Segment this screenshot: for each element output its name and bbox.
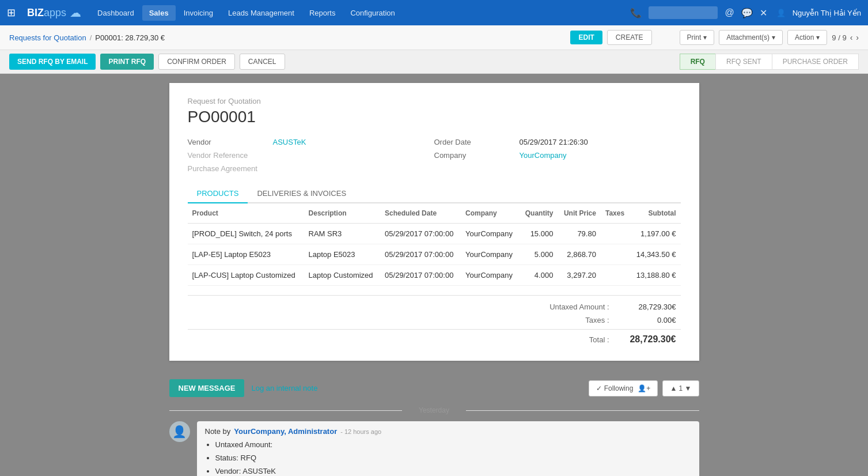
document-number: PO00001 — [188, 108, 681, 126]
followers-button[interactable]: ▲ 1 ▼ — [662, 380, 699, 396]
chat-message-1: 👤 Note by YourCompany, Administrator - 1… — [169, 421, 699, 476]
table-row[interactable]: [PROD_DEL] Switch, 24 ports RAM SR3 05/2… — [188, 224, 681, 244]
cell-scheduled-date: 05/29/2017 07:00:00 — [380, 265, 461, 286]
message-header-1: Note by YourCompany, Administrator - 12 … — [205, 427, 691, 436]
vendor-value[interactable]: ASUSTeK — [273, 138, 306, 146]
log-note-button[interactable]: Log an internal note — [251, 384, 317, 392]
vendor-row: Vendor ASUSTeK — [188, 138, 434, 146]
cell-product: [LAP-CUS] Laptop Customized — [188, 265, 304, 286]
col-taxes: Taxes — [601, 203, 630, 224]
workflow-actions: SEND RFQ BY EMAIL PRINT RFQ CONFIRM ORDE… — [9, 54, 285, 70]
cell-scheduled-date: 05/29/2017 07:00:00 — [380, 224, 461, 244]
cell-subtotal: 1,197.00 € — [630, 224, 681, 244]
cell-unit-price: 2,868.70 — [558, 244, 601, 265]
topbar-right: 📞 @ 💬 ✕ 👤 Nguyễn Thị Hải Yến — [630, 6, 861, 19]
document-type: Request for Quotation — [188, 97, 681, 105]
avatar-icon-1: 👤 — [172, 425, 187, 439]
avatar-1: 👤 — [169, 421, 190, 442]
document-fields: Vendor ASUSTeK Vendor Reference Purchase… — [188, 138, 681, 173]
action-button[interactable]: Action ▾ — [787, 30, 827, 45]
attachment-button[interactable]: Attachment(s) ▾ — [719, 30, 783, 45]
tab-products[interactable]: PRODUCTS — [188, 184, 248, 203]
nav-invoicing[interactable]: Invoicing — [177, 5, 220, 21]
action-chevron-icon: ▾ — [816, 33, 820, 41]
breadcrumb-separator: / — [90, 33, 92, 42]
cell-quantity: 4.000 — [519, 265, 558, 286]
print-label: Print — [687, 33, 702, 41]
cell-description: RAM SR3 — [304, 224, 381, 244]
cell-taxes — [601, 224, 630, 244]
breadcrumb-parent[interactable]: Requests for Quotation — [9, 33, 86, 42]
nav-sales[interactable]: Sales — [142, 5, 176, 21]
col-company: Company — [461, 203, 519, 224]
breadcrumb-current: P00001: 28.729,30 € — [95, 33, 165, 42]
breadcrumb: Requests for Quotation / P00001: 28.729,… — [9, 33, 165, 42]
status-rfq-sent[interactable]: RFQ SENT — [715, 54, 772, 70]
following-button[interactable]: ✓ Following 👤+ — [589, 380, 658, 396]
cell-product: [LAP-E5] Laptop E5023 — [188, 244, 304, 265]
col-subtotal: Subtotal — [630, 203, 681, 224]
company-value[interactable]: YourCompany — [520, 151, 567, 160]
total-row: Total : 28,729.30€ — [188, 332, 681, 347]
status-purchase-order[interactable]: PURCHASE ORDER — [772, 54, 859, 70]
cell-description: Laptop Customized — [304, 265, 381, 286]
workflow-bar: SEND RFQ BY EMAIL PRINT RFQ CONFIRM ORDE… — [0, 50, 868, 74]
status-rfq[interactable]: RFQ — [680, 54, 716, 70]
col-description: Description — [304, 203, 381, 224]
nav-dashboard[interactable]: Dashboard — [90, 5, 141, 21]
cell-company: YourCompany — [461, 265, 519, 286]
user-name: Nguyễn Thị Hải Yến — [793, 9, 861, 17]
page-navigation: 9 / 9 ‹ › — [832, 33, 859, 42]
table-row[interactable]: [LAP-E5] Laptop E5023 Laptop E5023 05/29… — [188, 244, 681, 265]
phone-icon[interactable]: 📞 — [630, 7, 642, 18]
order-date-row: Order Date 05/29/2017 21:26:30 — [434, 138, 681, 146]
prev-page-button[interactable]: ‹ — [850, 33, 853, 42]
product-tabs: PRODUCTS DELIVERIES & INVOICES — [188, 184, 681, 203]
company-label: Company — [434, 151, 515, 160]
message-right: ✓ Following 👤+ ▲ 1 ▼ — [589, 380, 699, 396]
new-message-button[interactable]: NEW MESSAGE — [169, 379, 245, 397]
vendor-label: Vendor — [188, 138, 268, 146]
attachment-label: Attachment(s) — [726, 33, 770, 41]
products-table: Product Description Scheduled Date Compa… — [188, 203, 681, 286]
col-unit-price: Unit Price — [558, 203, 601, 224]
settings-icon[interactable]: ✕ — [760, 7, 767, 18]
cell-unit-price: 79.80 — [558, 224, 601, 244]
total-value: 28,729.30€ — [619, 334, 676, 345]
table-row[interactable]: [LAP-CUS] Laptop Customized Laptop Custo… — [188, 265, 681, 286]
confirm-order-button[interactable]: CONFIRM ORDER — [158, 54, 235, 70]
send-rfq-button[interactable]: SEND RFQ BY EMAIL — [9, 54, 96, 70]
nav-leads[interactable]: Leads Management — [221, 5, 301, 21]
message-content-1: Note by YourCompany, Administrator - 12 … — [197, 421, 699, 476]
col-product: Product — [188, 203, 304, 224]
edit-button[interactable]: EDIT — [570, 31, 602, 44]
message-author-prefix-1: Note by — [205, 427, 231, 436]
message-line: Untaxed Amount: — [215, 439, 691, 451]
next-page-button[interactable]: › — [856, 33, 859, 42]
message-author-1: YourCompany, Administrator — [234, 427, 337, 436]
create-button[interactable]: CREATE — [607, 30, 652, 45]
chatter-section: NEW MESSAGE Log an internal note ✓ Follo… — [0, 370, 868, 476]
nav-configuration[interactable]: Configuration — [343, 5, 401, 21]
apps-grid-icon[interactable]: ⊞ — [7, 6, 16, 19]
left-fields: Vendor ASUSTeK Vendor Reference Purchase… — [188, 138, 434, 173]
at-icon[interactable]: @ — [725, 7, 734, 18]
message-line: Status: RFQ — [215, 452, 691, 464]
cell-subtotal: 14,343.50 € — [630, 244, 681, 265]
tab-deliveries[interactable]: DELIVERIES & INVOICES — [248, 184, 355, 203]
action-buttons: EDIT CREATE Print ▾ Attachment(s) ▾ Acti… — [570, 30, 859, 45]
chat-icon[interactable]: 💬 — [741, 7, 753, 18]
cell-taxes — [601, 265, 630, 286]
untaxed-value: 28,729.30€ — [619, 303, 676, 311]
cell-unit-price: 3,297.20 — [558, 265, 601, 286]
company-row: Company YourCompany — [434, 151, 681, 160]
followers-icon: ▲ — [670, 384, 677, 392]
add-follower-icon[interactable]: 👤+ — [638, 384, 650, 392]
cancel-button[interactable]: CANCEL — [240, 54, 285, 70]
search-input[interactable] — [649, 6, 718, 19]
nav-reports[interactable]: Reports — [302, 5, 343, 21]
print-chevron-icon: ▾ — [703, 33, 707, 41]
checkmark-icon: ✓ — [596, 384, 602, 392]
print-button[interactable]: Print ▾ — [680, 30, 715, 45]
print-rfq-button[interactable]: PRINT RFQ — [100, 54, 154, 70]
